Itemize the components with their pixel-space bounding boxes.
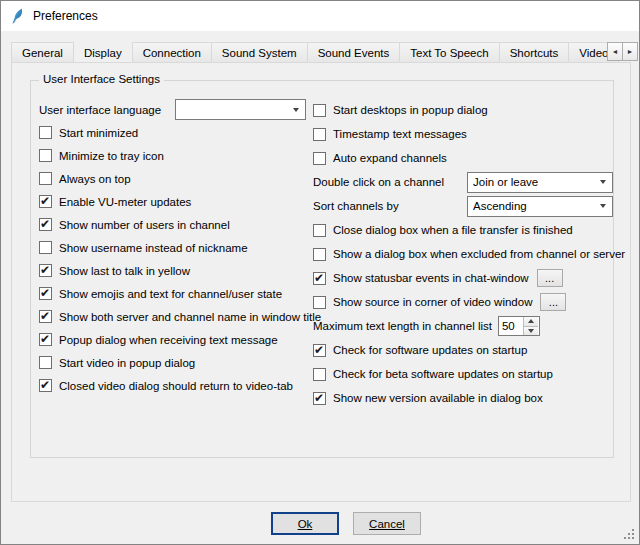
checkbox-timestamp-messages[interactable]: Timestamp text messages — [313, 122, 613, 146]
checkbox-icon — [313, 368, 326, 381]
checkbox-icon — [313, 128, 326, 141]
checkbox-label: Closed video dialog should return to vid… — [59, 380, 293, 392]
user-interface-settings-group: User Interface Settings User interface l… — [30, 80, 614, 458]
dropdown-arrow-icon — [287, 100, 305, 119]
sort-channels-label: Sort channels by — [313, 200, 467, 212]
checkbox-video-popup-dialog[interactable]: Start video in popup dialog — [39, 351, 313, 374]
title-bar: Preferences — [1, 1, 639, 31]
checkbox-icon — [313, 224, 326, 237]
checkbox-icon — [313, 272, 326, 285]
checkbox-check-updates[interactable]: Check for software updates on startup — [313, 338, 613, 362]
checkbox-label: Timestamp text messages — [333, 128, 467, 140]
max-text-length-spinbox[interactable] — [498, 316, 540, 336]
tab-text-to-speech[interactable]: Text To Speech — [399, 42, 499, 62]
arrow-right-icon: ► — [627, 48, 634, 55]
checkbox-vu-meter-updates[interactable]: Enable VU-meter updates — [39, 190, 313, 213]
checkbox-minimize-to-tray[interactable]: Minimize to tray icon — [39, 144, 313, 167]
checkbox-video-return-to-tab[interactable]: Closed video dialog should return to vid… — [39, 374, 313, 397]
tab-scroll-left-button[interactable]: ◄ — [607, 42, 623, 61]
checkbox-new-version-dialog[interactable]: Show new version available in dialog box — [313, 386, 613, 410]
checkbox-close-on-transfer-finished[interactable]: Close dialog box when a file transfer is… — [313, 218, 613, 242]
checkbox-label: Show emojis and text for channel/user st… — [59, 288, 282, 300]
tab-scroll-right-button[interactable]: ► — [622, 42, 638, 61]
checkbox-label: Show new version available in dialog box — [333, 392, 543, 404]
resize-grip[interactable] — [622, 527, 635, 540]
checkbox-icon — [313, 296, 326, 309]
checkbox-icon — [39, 356, 52, 369]
checkbox-label: Start minimized — [59, 127, 138, 139]
checkbox-label: Auto expand channels — [333, 152, 447, 164]
dropdown-arrow-icon — [594, 197, 612, 216]
checkbox-emojis-text-state[interactable]: Show emojis and text for channel/user st… — [39, 282, 313, 305]
arrow-left-icon: ◄ — [612, 48, 619, 55]
checkbox-desktops-popup[interactable]: Start desktops in popup dialog — [313, 98, 613, 122]
checkbox-label: Minimize to tray icon — [59, 150, 164, 162]
double-click-row: Double click on a channel Join or leave — [313, 170, 613, 194]
language-label: User interface language — [39, 104, 175, 116]
spin-value-input[interactable] — [499, 317, 523, 335]
checkbox-icon — [313, 392, 326, 405]
video-source-row: Show source in corner of video window ..… — [313, 290, 613, 314]
checkbox-label: Always on top — [59, 173, 131, 185]
checkbox-icon — [39, 218, 52, 231]
checkbox-start-minimized[interactable]: Start minimized — [39, 121, 313, 144]
checkbox-icon — [313, 344, 326, 357]
tab-bar: General Display Connection Sound System … — [11, 42, 638, 62]
group-title: User Interface Settings — [39, 73, 164, 85]
checkbox-show-user-count[interactable]: Show number of users in channel — [39, 213, 313, 236]
checkbox-last-to-talk-yellow[interactable]: Show last to talk in yellow — [39, 259, 313, 282]
checkbox-label: Check for software updates on startup — [333, 344, 527, 356]
sort-channels-combobox[interactable]: Ascending — [467, 196, 613, 217]
tab-display[interactable]: Display — [73, 42, 133, 62]
checkbox-video-source-corner[interactable]: Show source in corner of video window — [313, 296, 532, 309]
tab-page-display: User Interface Settings User interface l… — [11, 62, 631, 502]
checkbox-statusbar-events[interactable]: Show statusbar events in chat-window — [313, 272, 529, 285]
checkbox-label: Show statusbar events in chat-window — [333, 272, 529, 284]
max-text-length-label: Maximum text length in channel list — [313, 320, 492, 332]
checkbox-label: Start video in popup dialog — [59, 357, 195, 369]
checkbox-label: Show source in corner of video window — [333, 296, 532, 308]
checkbox-icon — [313, 152, 326, 165]
checkbox-icon — [39, 287, 52, 300]
cancel-button[interactable]: Cancel — [353, 512, 421, 535]
checkbox-auto-expand-channels[interactable]: Auto expand channels — [313, 146, 613, 170]
checkbox-label: Show a dialog box when excluded from cha… — [333, 248, 625, 260]
checkbox-show-username[interactable]: Show username instead of nickname — [39, 236, 313, 259]
arrow-down-icon — [528, 329, 534, 333]
checkbox-always-on-top[interactable]: Always on top — [39, 167, 313, 190]
checkbox-popup-on-text-message[interactable]: Popup dialog when receiving text message — [39, 328, 313, 351]
double-click-combobox[interactable]: Join or leave — [467, 172, 613, 193]
arrow-up-icon — [528, 319, 534, 323]
checkbox-icon — [39, 195, 52, 208]
checkbox-label: Show username instead of nickname — [59, 242, 248, 254]
checkbox-label: Popup dialog when receiving text message — [59, 334, 278, 346]
dropdown-arrow-icon — [594, 173, 612, 192]
checkbox-label: Show number of users in channel — [59, 219, 230, 231]
checkbox-icon — [313, 104, 326, 117]
preferences-dialog: { "window": { "title": "Preferences" }, … — [0, 0, 640, 545]
checkbox-icon — [39, 149, 52, 162]
checkbox-excluded-dialog[interactable]: Show a dialog box when excluded from cha… — [313, 242, 613, 266]
tab-sound-events[interactable]: Sound Events — [307, 42, 401, 62]
tab-scroller: ◄ ► — [608, 42, 638, 61]
tab-sound-system[interactable]: Sound System — [211, 42, 308, 62]
checkbox-server-channel-in-title[interactable]: Show both server and channel name in win… — [39, 305, 313, 328]
tab-general[interactable]: General — [11, 42, 74, 62]
window-title: Preferences — [33, 9, 98, 23]
tab-shortcuts[interactable]: Shortcuts — [499, 42, 570, 62]
spin-down-button[interactable] — [523, 327, 538, 336]
spin-up-button[interactable] — [523, 317, 538, 327]
checkbox-label: Show last to talk in yellow — [59, 265, 190, 277]
language-combobox[interactable] — [175, 99, 306, 120]
checkbox-icon — [39, 241, 52, 254]
video-source-config-button[interactable]: ... — [540, 293, 566, 311]
checkbox-label: Show both server and channel name in win… — [59, 311, 321, 323]
checkbox-icon — [39, 264, 52, 277]
tab-connection[interactable]: Connection — [132, 42, 212, 62]
checkbox-label: Check for beta software updates on start… — [333, 368, 553, 380]
checkbox-check-beta-updates[interactable]: Check for beta software updates on start… — [313, 362, 613, 386]
ok-button[interactable]: Ok — [271, 512, 339, 535]
statusbar-events-config-button[interactable]: ... — [537, 269, 563, 287]
sort-channels-row: Sort channels by Ascending — [313, 194, 613, 218]
checkbox-icon — [39, 310, 52, 323]
